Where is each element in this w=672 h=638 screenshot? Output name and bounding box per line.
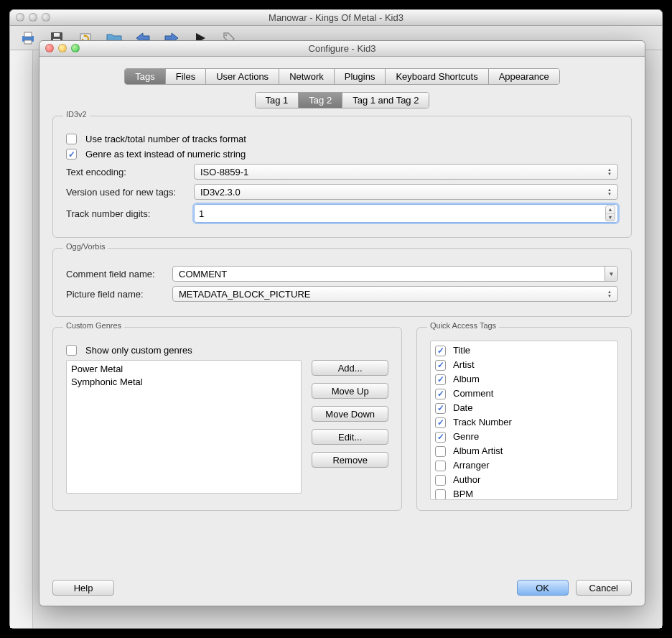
text-encoding-value: ISO-8859-1 bbox=[200, 167, 248, 177]
sub-tab-tag-1[interactable]: Tag 1 bbox=[256, 93, 299, 108]
quick-access-list[interactable]: TitleArtistAlbumCommentDateTrack NumberG… bbox=[430, 341, 618, 500]
svg-point-7 bbox=[225, 34, 228, 36]
edit-button[interactable]: Edit... bbox=[312, 429, 388, 445]
main-tab-tags[interactable]: Tags bbox=[125, 69, 165, 84]
quick-tag-checkbox[interactable] bbox=[435, 461, 446, 471]
ogg-group-label: Ogg/Vorbis bbox=[63, 242, 108, 251]
quick-tag-item[interactable]: Author bbox=[435, 473, 613, 487]
main-tab-files[interactable]: Files bbox=[166, 69, 206, 84]
quick-tag-item[interactable]: Comment bbox=[435, 387, 613, 401]
quick-tag-checkbox[interactable] bbox=[435, 489, 446, 500]
quick-tag-checkbox[interactable] bbox=[435, 346, 446, 356]
svg-rect-5 bbox=[54, 33, 60, 37]
main-tab-keyboard-shortcuts[interactable]: Keyboard Shortcuts bbox=[386, 69, 488, 84]
quick-tag-checkbox[interactable] bbox=[435, 475, 446, 486]
quick-tag-label: Comment bbox=[453, 387, 493, 401]
id3v2-group-label: ID3v2 bbox=[63, 110, 90, 119]
main-tab-user-actions[interactable]: User Actions bbox=[206, 69, 279, 84]
quick-tag-checkbox[interactable] bbox=[435, 432, 446, 443]
quick-access-group: Quick Access Tags TitleArtistAlbumCommen… bbox=[416, 327, 632, 511]
version-label: Version used for new tags: bbox=[66, 187, 188, 198]
quick-tag-label: Album bbox=[453, 372, 480, 387]
chevron-updown-icon: ▲▼ bbox=[605, 186, 615, 198]
quick-tag-checkbox[interactable] bbox=[435, 374, 446, 385]
quick-tag-checkbox[interactable] bbox=[435, 417, 446, 428]
moveup-button[interactable]: Move Up bbox=[312, 383, 388, 399]
text-encoding-select[interactable]: ISO-8859-1 ▲▼ bbox=[194, 164, 618, 180]
quick-tag-checkbox[interactable] bbox=[435, 403, 446, 414]
quick-tag-item[interactable]: Date bbox=[435, 401, 613, 415]
track-digits-input[interactable] bbox=[194, 204, 618, 223]
svg-rect-1 bbox=[24, 32, 32, 37]
zoom-icon[interactable] bbox=[42, 13, 50, 22]
quick-tag-item[interactable]: Album bbox=[435, 372, 613, 387]
genre-text-label: Genre as text instead of numeric string bbox=[85, 149, 246, 160]
quick-tag-label: Arranger bbox=[453, 458, 490, 473]
custom-genres-list[interactable]: Power MetalSymphonic Metal bbox=[66, 360, 302, 494]
quick-tag-item[interactable]: Album Artist bbox=[435, 444, 613, 458]
quick-tag-item[interactable]: Arranger bbox=[435, 458, 613, 473]
close-icon[interactable] bbox=[16, 13, 24, 22]
show-only-custom-checkbox[interactable] bbox=[66, 345, 77, 356]
movedown-button[interactable]: Move Down bbox=[312, 406, 388, 422]
quick-tag-item[interactable]: Artist bbox=[435, 358, 613, 372]
picture-field-value: METADATA_BLOCK_PICTURE bbox=[179, 289, 310, 300]
spinner-arrows-icon[interactable]: ▲▼ bbox=[605, 205, 615, 221]
quick-tag-label: Date bbox=[453, 401, 472, 415]
sub-tab-tag-2[interactable]: Tag 2 bbox=[299, 93, 342, 108]
main-tab-appearance[interactable]: Appearance bbox=[489, 69, 559, 84]
dialog-title: Configure - Kid3 bbox=[309, 43, 376, 54]
version-select[interactable]: ID3v2.3.0 ▲▼ bbox=[194, 184, 618, 200]
track-digits-spinner[interactable]: ▲▼ bbox=[194, 204, 618, 223]
quick-tag-label: Album Artist bbox=[453, 444, 503, 458]
quick-tag-label: Genre bbox=[453, 430, 479, 444]
chevron-down-icon[interactable]: ▼ bbox=[606, 214, 615, 221]
quick-tag-checkbox[interactable] bbox=[435, 389, 446, 399]
genre-text-checkbox[interactable] bbox=[66, 149, 77, 160]
zoom-icon[interactable] bbox=[71, 44, 80, 52]
chevron-up-icon[interactable]: ▲ bbox=[606, 206, 615, 214]
comment-field-combo[interactable]: COMMENT ▼ bbox=[172, 266, 618, 282]
main-tab-network[interactable]: Network bbox=[279, 69, 335, 84]
print-icon[interactable] bbox=[20, 30, 36, 46]
chevron-down-icon[interactable]: ▼ bbox=[605, 267, 617, 281]
show-only-custom-label: Show only custom genres bbox=[85, 345, 192, 356]
quick-tag-checkbox[interactable] bbox=[435, 446, 446, 457]
minimize-icon[interactable] bbox=[58, 44, 67, 52]
quick-tag-label: Author bbox=[453, 473, 480, 487]
comment-field-label: Comment field name: bbox=[66, 269, 167, 279]
use-track-total-checkbox[interactable] bbox=[66, 134, 77, 144]
quick-tag-label: BPM bbox=[453, 487, 473, 500]
help-button[interactable]: Help bbox=[52, 580, 114, 596]
list-item[interactable]: Symphonic Metal bbox=[71, 376, 297, 389]
main-tab-plugins[interactable]: Plugins bbox=[335, 69, 386, 84]
quick-tag-label: Artist bbox=[453, 358, 475, 372]
quick-tag-item[interactable]: Title bbox=[435, 343, 613, 358]
use-track-total-label: Use track/total number of tracks format bbox=[85, 134, 246, 144]
cancel-button[interactable]: Cancel bbox=[576, 580, 632, 596]
chevron-updown-icon: ▲▼ bbox=[605, 288, 615, 300]
dialog-footer: Help OK Cancel bbox=[52, 580, 632, 596]
configure-dialog: Configure - Kid3 TagsFilesUser ActionsNe… bbox=[39, 40, 645, 606]
dialog-title-bar: Configure - Kid3 bbox=[39, 41, 645, 57]
remove-button[interactable]: Remove bbox=[312, 452, 388, 468]
main-traffic-lights bbox=[16, 13, 50, 22]
main-tab-row: TagsFilesUser ActionsNetworkPluginsKeybo… bbox=[52, 68, 632, 85]
custom-genres-group: Custom Genres Show only custom genres Po… bbox=[52, 327, 402, 511]
sub-tab-tag-1-and-tag-2[interactable]: Tag 1 and Tag 2 bbox=[342, 93, 429, 108]
picture-field-select[interactable]: METADATA_BLOCK_PICTURE ▲▼ bbox=[172, 286, 618, 302]
list-item[interactable]: Power Metal bbox=[71, 363, 297, 376]
close-icon[interactable] bbox=[45, 44, 54, 52]
quick-access-label: Quick Access Tags bbox=[427, 321, 499, 330]
dialog-traffic-lights bbox=[45, 44, 80, 52]
add-button[interactable]: Add... bbox=[312, 360, 388, 376]
quick-tag-checkbox[interactable] bbox=[435, 360, 446, 371]
ok-button[interactable]: OK bbox=[517, 580, 569, 596]
quick-tag-item[interactable]: Genre bbox=[435, 430, 613, 444]
quick-tag-item[interactable]: BPM bbox=[435, 487, 613, 500]
minimize-icon[interactable] bbox=[29, 13, 37, 22]
quick-tag-label: Track Number bbox=[453, 415, 512, 430]
comment-field-value: COMMENT bbox=[179, 269, 227, 279]
quick-tag-item[interactable]: Track Number bbox=[435, 415, 613, 430]
text-encoding-label: Text encoding: bbox=[66, 167, 188, 177]
